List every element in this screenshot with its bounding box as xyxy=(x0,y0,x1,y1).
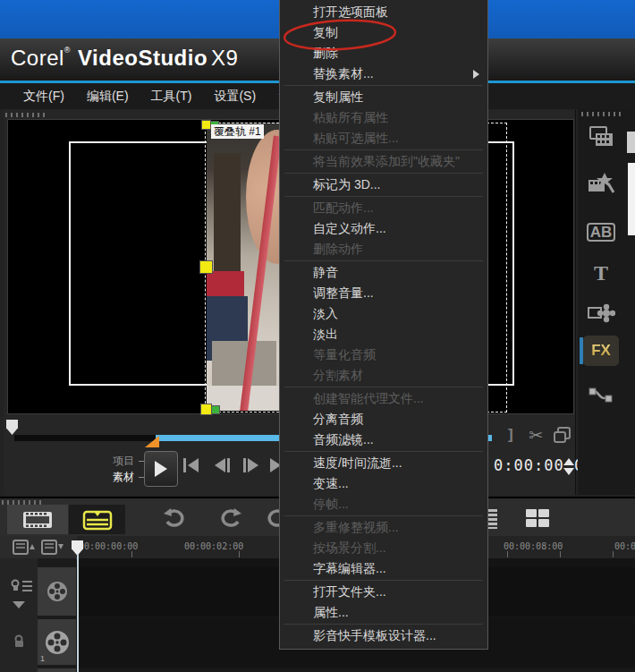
context-menu-item[interactable]: 自定义动作... xyxy=(280,218,487,239)
filter-library-button[interactable]: FX xyxy=(583,336,619,366)
context-menu-item[interactable]: 替换素材... xyxy=(280,64,487,84)
context-menu-item: 等量化音频 xyxy=(280,345,487,365)
undo-button[interactable] xyxy=(163,507,186,533)
instant-project-button[interactable] xyxy=(584,170,618,197)
context-menu-separator xyxy=(284,149,483,150)
context-menu-item[interactable]: 静音 xyxy=(280,262,487,283)
context-menu-item[interactable]: 标记为 3D... xyxy=(280,174,487,195)
track-number: 1 xyxy=(40,654,45,663)
context-menu-item[interactable]: 速度/时间流逝... xyxy=(280,453,487,473)
trim-start-marker[interactable] xyxy=(6,420,18,435)
context-menu-item-label: 停帧... xyxy=(313,497,349,511)
context-menu-separator xyxy=(284,580,483,581)
timeline-view-button[interactable] xyxy=(69,505,125,534)
context-menu-item-label: 字幕编辑器... xyxy=(313,561,386,575)
ruler-tick xyxy=(507,551,508,557)
context-menu-item-label: 属性... xyxy=(313,605,349,619)
project-mode-label[interactable]: 项目 xyxy=(113,454,148,469)
rail-collapse-arrow[interactable] xyxy=(13,601,25,608)
snapshot-button[interactable] xyxy=(553,426,572,447)
clip-mode-label[interactable]: 素材 xyxy=(113,470,148,485)
context-menu-item[interactable]: 分离音频 xyxy=(280,409,487,430)
menubar-item-1[interactable]: 文件(F) xyxy=(16,87,72,106)
music-track-row[interactable] xyxy=(77,668,635,672)
overlay-track-header[interactable]: 1 xyxy=(38,619,76,665)
context-menu-item-label: 复制 xyxy=(313,25,338,39)
resize-handle-mid-left[interactable] xyxy=(199,260,213,274)
context-menu-item-label: 自定义动作... xyxy=(313,221,386,235)
play-button[interactable] xyxy=(144,451,178,487)
rotate-handle-bottom[interactable] xyxy=(211,405,220,414)
library-thumbnail-edge xyxy=(628,163,635,235)
context-menu-item[interactable]: 属性... xyxy=(280,602,487,623)
menubar-item-3[interactable]: 工具(T) xyxy=(144,87,199,106)
context-menu-item-label: 打开选项面板 xyxy=(313,4,388,19)
fx-icon: FX xyxy=(591,342,611,360)
ruler-tick xyxy=(560,551,561,557)
videostudio-window: Corel®VideoStudioX9 文件(F)编辑(E)工具(T)设置(S)… xyxy=(0,0,635,672)
track-swap-up-button[interactable] xyxy=(13,539,36,559)
go-start-button[interactable] xyxy=(183,458,199,472)
timecode-down-spinner[interactable] xyxy=(563,468,574,475)
context-menu-item[interactable]: 打开选项面板 xyxy=(280,2,487,22)
library-navigation-panel: AB T FX xyxy=(578,109,635,495)
music-track-header[interactable] xyxy=(38,668,76,672)
context-menu-item-label: 删除动作 xyxy=(313,242,363,256)
sound-mixer-button[interactable] xyxy=(488,509,497,529)
panel-drag-handle[interactable] xyxy=(5,113,47,117)
track-lock-button[interactable] xyxy=(13,634,27,652)
media-library-button[interactable] xyxy=(584,123,618,150)
split-screen-template-button[interactable] xyxy=(526,509,549,527)
context-menu-item-label: 创建智能代理文件... xyxy=(313,391,424,405)
mark-out-button[interactable]: ] xyxy=(508,426,513,444)
video-track-header[interactable] xyxy=(38,567,76,616)
storyboard-view-button[interactable] xyxy=(7,505,68,534)
track-swap-down-button[interactable] xyxy=(41,539,64,559)
context-menu-item-label: 分离音频 xyxy=(313,412,363,426)
graphic-library-button[interactable] xyxy=(584,301,618,327)
redo-icon xyxy=(219,507,242,530)
ripple-edit-button[interactable] xyxy=(11,579,34,597)
transition-library-button[interactable]: AB xyxy=(584,218,618,245)
context-menu-item: 按场景分割... xyxy=(280,538,487,558)
context-menu-item-label: 打开文件夹... xyxy=(313,584,386,599)
split-clip-button[interactable]: ✂ xyxy=(529,425,543,445)
playhead-line[interactable] xyxy=(77,554,79,672)
context-menu-item-label: 淡入 xyxy=(313,306,338,320)
context-menu-item-copy[interactable]: 复制 xyxy=(280,22,487,43)
context-menu-item[interactable]: 变速... xyxy=(280,473,487,494)
film-reel-icon xyxy=(44,629,71,656)
context-menu-item[interactable]: 淡入 xyxy=(280,303,487,324)
library-edge-button[interactable] xyxy=(627,132,635,153)
context-menu-item[interactable]: 调整音量... xyxy=(280,283,487,303)
context-menu-item-label: 静音 xyxy=(313,265,338,279)
context-menu-item[interactable]: 删除 xyxy=(280,43,487,64)
menubar-item-4[interactable]: 设置(S) xyxy=(207,87,263,106)
context-menu-separator xyxy=(284,515,483,516)
previous-frame-button[interactable] xyxy=(215,458,230,472)
panel-drag-handle[interactable] xyxy=(581,112,621,116)
ruler-tick xyxy=(239,551,240,557)
context-menu-item[interactable]: 音频滤镜... xyxy=(280,430,487,450)
next-frame-button[interactable] xyxy=(243,458,258,472)
title-library-button[interactable]: T xyxy=(584,259,618,286)
context-menu-item[interactable]: 打开文件夹... xyxy=(280,582,487,602)
context-menu-item: 粘贴可选属性... xyxy=(280,128,487,149)
title-t-icon: T xyxy=(594,261,608,285)
ruler-tick xyxy=(613,551,614,557)
context-menu-item[interactable]: 影音快手模板设计器... xyxy=(280,625,487,646)
motion-path-library-button[interactable] xyxy=(584,383,618,410)
context-menu-item-label: 将当前效果添加到"收藏夹" xyxy=(313,154,460,168)
context-menu-item: 分割素材 xyxy=(280,365,487,386)
redo-button[interactable] xyxy=(219,507,242,533)
context-menu-item[interactable]: 字幕编辑器... xyxy=(280,558,487,579)
menubar-item-2[interactable]: 编辑(E) xyxy=(80,87,136,106)
storyboard-icon xyxy=(22,509,53,531)
logo-brand: Corel xyxy=(11,46,64,70)
context-menu-item[interactable]: 复制属性 xyxy=(280,87,487,107)
ruler-tick xyxy=(131,551,132,557)
context-menu-item-label: 复制属性 xyxy=(313,89,363,104)
context-menu-item: 创建智能代理文件... xyxy=(280,388,487,409)
context-menu-item[interactable]: 淡出 xyxy=(280,324,487,345)
timecode-up-spinner[interactable] xyxy=(563,458,574,465)
